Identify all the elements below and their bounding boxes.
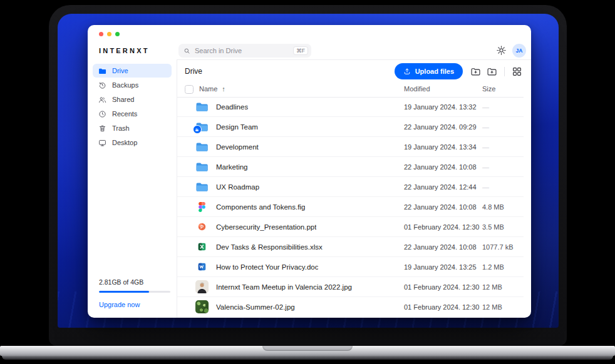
file-name: Cybersecurity_Presentation.ppt	[216, 223, 316, 231]
search-icon	[183, 48, 190, 54]
breadcrumb: Drive	[185, 67, 202, 76]
file-modified: 01 February 2024. 12:30	[404, 223, 479, 231]
sidebar-item-label: Trash	[112, 124, 130, 132]
sidebar-item-label: Drive	[112, 67, 128, 74]
file-modified: 22 January 2024. 09:29	[404, 123, 477, 131]
folder-icon	[98, 67, 106, 75]
sort-arrow-icon: ↑	[222, 85, 225, 93]
search-input[interactable]	[194, 46, 293, 55]
backup-clock-icon	[98, 81, 106, 89]
file-modified: 22 January 2024. 12:44	[404, 183, 477, 191]
storage-progress-track	[99, 291, 170, 293]
file-modified: 19 January 2024. 13:25	[404, 263, 477, 271]
file-name: Dev Tasks & Responsibilities.xlsx	[216, 243, 323, 251]
folder-icon	[195, 141, 209, 152]
file-modified: 01 February 2024. 12:30	[404, 303, 479, 311]
table-row[interactable]: UX Roadmap 22 January 2024. 12:44 —	[177, 177, 524, 197]
sidebar-item-label: Desktop	[112, 139, 137, 146]
file-size: —	[482, 163, 489, 171]
table-row[interactable]: Components and Tokens.fig 22 January 202…	[177, 197, 524, 217]
grid-icon	[512, 66, 522, 77]
table-row[interactable]: Valencia-Summer-02.jpg 01 February 2024.…	[177, 297, 524, 317]
file-size: 3.5 MB	[482, 223, 504, 231]
file-name: Design Team	[216, 123, 258, 131]
avatar[interactable]: JA	[512, 44, 526, 58]
search-shortcut-badge: ⌘F	[293, 46, 308, 56]
create-folder-button[interactable]	[487, 66, 497, 77]
sidebar-item-label: Backups	[112, 81, 138, 89]
photo-thumbnail-foliage	[195, 300, 209, 313]
sidebar-item-trash[interactable]: Trash	[93, 121, 172, 135]
sidebar-item-recents[interactable]: Recents	[93, 107, 172, 121]
file-size: 12 MB	[482, 283, 502, 291]
file-size: 1077.7 kB	[482, 243, 514, 251]
file-modified: 22 January 2024. 10:08	[404, 163, 477, 171]
sidebar-item-shared[interactable]: Shared	[93, 93, 172, 106]
grid-view-button[interactable]	[512, 66, 522, 77]
folder-icon	[195, 181, 209, 192]
internxt-logo: INTERNXT	[99, 47, 150, 54]
app-window: INTERNXT ⌘F JA Drive	[88, 25, 531, 318]
file-name: UX Roadmap	[216, 183, 259, 191]
close-window-button[interactable]	[99, 32, 103, 36]
table-row[interactable]: Marketing 22 January 2024. 10:08 —	[177, 157, 524, 177]
laptop-screen: INTERNXT ⌘F JA Drive	[49, 5, 567, 346]
file-name: Components and Tokens.fig	[216, 203, 305, 211]
file-size: —	[482, 123, 489, 131]
table-row[interactable]: Dev Tasks & Responsibilities.xlsx 22 Jan…	[177, 237, 524, 257]
storage-usage-label: 2.81GB of 4GB	[99, 278, 170, 286]
table-row[interactable]: Development 19 January 2024. 13:34 —	[177, 137, 524, 157]
settings-button[interactable]	[496, 45, 507, 56]
clock-icon	[98, 110, 106, 118]
zoom-window-button[interactable]	[115, 32, 120, 36]
search-bar[interactable]: ⌘F	[178, 44, 311, 58]
file-size: —	[482, 183, 489, 191]
storage-meter: 2.81GB of 4GB Upgrade now	[99, 278, 170, 308]
file-size: 1.2 MB	[482, 263, 504, 271]
upload-folder-button[interactable]	[470, 66, 481, 77]
upload-icon	[403, 68, 411, 75]
monitor-icon	[98, 139, 106, 147]
word-file-icon	[197, 262, 207, 271]
sidebar-item-desktop[interactable]: Desktop	[93, 136, 172, 149]
file-size: 4.8 MB	[482, 203, 504, 211]
table-row[interactable]: Cybersecurity_Presentation.ppt 01 Februa…	[177, 217, 524, 237]
file-size: —	[482, 143, 489, 151]
file-name: How to Protect Your Privacy.doc	[216, 263, 318, 271]
file-name: Internxt Team Meetup in Valencia 2022.jp…	[216, 283, 352, 291]
upload-files-button[interactable]: Upload files	[395, 63, 463, 79]
sidebar-item-drive[interactable]: Drive	[93, 64, 172, 78]
column-header-name[interactable]: Name↑	[199, 85, 225, 93]
powerpoint-file-icon	[197, 222, 207, 231]
window-controls	[99, 32, 120, 36]
folder-icon	[195, 161, 209, 172]
file-name: Valencia-Summer-02.jpg	[216, 303, 295, 311]
sidebar-item-label: Shared	[112, 96, 134, 103]
file-list: Deadlines 19 January 2024. 13:32 — Desig…	[177, 97, 531, 318]
table-row[interactable]: Deadlines 19 January 2024. 13:32 —	[177, 97, 524, 117]
file-modified: 22 January 2024. 10:08	[404, 243, 477, 251]
table-row[interactable]: Internxt Team Meetup in Valencia 2022.jp…	[177, 277, 524, 297]
select-all-checkbox[interactable]	[185, 85, 194, 94]
table-row[interactable]: How to Protect Your Privacy.doc 19 Janua…	[177, 257, 524, 277]
toolbar-actions: Upload files	[395, 63, 522, 79]
upgrade-link[interactable]: Upgrade now	[99, 301, 170, 308]
upload-files-label: Upload files	[415, 68, 454, 75]
sidebar-item-label: Recents	[112, 110, 137, 118]
table-header: Name↑ Modified Size	[177, 83, 524, 98]
file-name: Marketing	[216, 163, 248, 171]
folder-icon	[195, 101, 209, 112]
table-row[interactable]: Design Team 22 January 2024. 09:29 —	[177, 117, 524, 137]
sidebar: Drive Backups Shared Recents	[88, 59, 177, 318]
minimize-window-button[interactable]	[107, 32, 111, 36]
photo-thumbnail-portrait	[195, 280, 209, 293]
file-name: Deadlines	[216, 103, 248, 111]
figma-file-icon	[199, 202, 205, 212]
sidebar-item-backups[interactable]: Backups	[93, 78, 172, 92]
folder-plus-icon	[470, 66, 481, 77]
storage-progress-fill	[99, 291, 149, 293]
folder-plus-icon	[487, 66, 497, 77]
column-header-modified: Modified	[404, 85, 430, 93]
file-name: Development	[216, 143, 259, 151]
file-modified: 22 January 2024. 10:08	[404, 203, 477, 211]
